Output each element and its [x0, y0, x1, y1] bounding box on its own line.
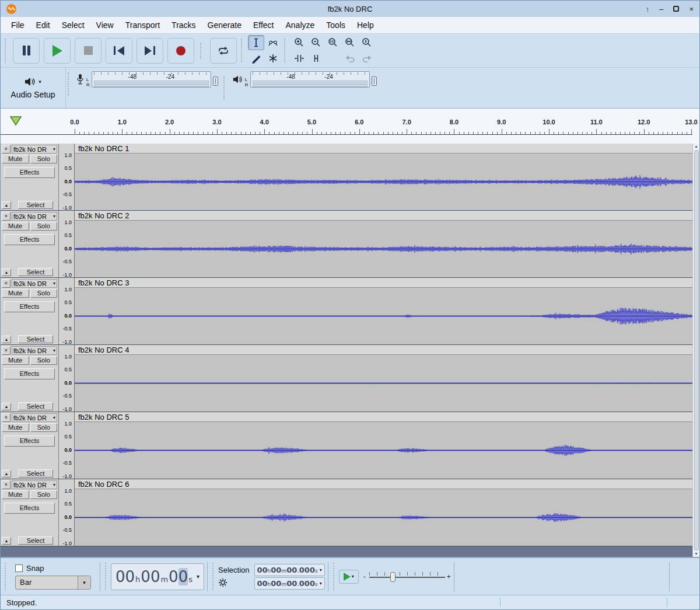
effects-button[interactable]: Effects: [4, 368, 55, 379]
selection-tool-button[interactable]: [248, 35, 264, 50]
scrollbar-thumb[interactable]: [694, 150, 699, 550]
toolbar-grip[interactable]: [5, 39, 9, 62]
menu-generate[interactable]: Generate: [202, 18, 247, 33]
chevron-down-icon[interactable]: ▾: [197, 573, 200, 580]
effects-button[interactable]: Effects: [4, 301, 55, 312]
collapse-track-button[interactable]: ▲: [2, 403, 11, 410]
track-close-button[interactable]: ×: [2, 413, 10, 422]
toolbar-grip[interactable]: [200, 43, 204, 59]
zoom-in-button[interactable]: [291, 35, 307, 50]
gear-icon[interactable]: [218, 578, 228, 587]
waveform[interactable]: [75, 154, 692, 210]
select-track-button[interactable]: Select: [18, 335, 53, 343]
solo-button[interactable]: Solo: [30, 289, 58, 298]
select-track-button[interactable]: Select: [18, 402, 53, 410]
snap-mode-combo[interactable]: Bar ▾: [15, 576, 91, 590]
loop-button[interactable]: [210, 38, 237, 64]
toolbar-grip[interactable]: [223, 76, 228, 99]
waveform-clip[interactable]: fb2k No DRC 3: [75, 278, 692, 344]
vertical-scale-ruler[interactable]: 1.00.50.0-0.5-1.0: [59, 278, 75, 344]
track-name-menu[interactable]: fb2k No DR ▾: [12, 480, 57, 489]
toolbar-grip[interactable]: [241, 39, 245, 62]
stop-button[interactable]: [75, 38, 102, 64]
clip-header[interactable]: fb2k No DRC 5: [75, 412, 692, 422]
redo-button[interactable]: [359, 51, 375, 66]
record-button[interactable]: [167, 38, 194, 64]
mute-button[interactable]: Mute: [2, 155, 29, 163]
track-name-menu[interactable]: fb2k No DR ▾: [12, 413, 57, 422]
waveform-clip[interactable]: fb2k No DRC 2: [75, 211, 692, 277]
vertical-scale-ruler[interactable]: 1.00.50.0-0.5-1.0: [59, 479, 75, 546]
track-name-menu[interactable]: fb2k No DR ▾: [12, 279, 57, 288]
mute-button[interactable]: Mute: [2, 356, 29, 365]
toolbar-grip[interactable]: [68, 72, 72, 96]
audio-setup-button[interactable]: ▾ Audio Setup: [1, 68, 66, 108]
zoom-out-button[interactable]: [308, 35, 324, 50]
vertical-scale-ruler[interactable]: 1.00.50.0-0.5-1.0: [59, 211, 75, 277]
clip-header[interactable]: fb2k No DRC 2: [75, 211, 692, 221]
pause-button[interactable]: [13, 38, 40, 64]
clip-header[interactable]: fb2k No DRC 6: [75, 479, 692, 489]
chevron-down-icon[interactable]: ▾: [78, 576, 90, 589]
solo-button[interactable]: Solo: [30, 356, 58, 365]
minimize-button[interactable]: –: [659, 5, 663, 13]
menu-effect[interactable]: Effect: [247, 18, 280, 33]
track-name-menu[interactable]: fb2k No DR ▾: [12, 212, 57, 221]
waveform[interactable]: [75, 221, 692, 277]
solo-button[interactable]: Solo: [30, 155, 58, 163]
waveform[interactable]: [75, 489, 692, 546]
timeline-ruler[interactable]: 0.01.02.03.04.05.06.07.08.09.010.011.012…: [1, 109, 699, 144]
meter-slider-handle[interactable]: [213, 76, 218, 86]
waveform-clip[interactable]: fb2k No DRC 1: [75, 144, 692, 210]
collapse-track-button[interactable]: ▲: [2, 201, 11, 209]
multi-tool-button[interactable]: [265, 51, 281, 66]
mute-button[interactable]: Mute: [2, 423, 29, 432]
snap-checkbox[interactable]: [15, 564, 23, 572]
clip-header[interactable]: fb2k No DRC 3: [75, 278, 692, 288]
toolbar-grip[interactable]: [105, 563, 109, 590]
waveform-clip[interactable]: fb2k No DRC 6: [75, 479, 692, 546]
fit-selection-button[interactable]: [325, 35, 341, 50]
silence-audio-button[interactable]: [308, 51, 324, 66]
zoom-toggle-button[interactable]: [359, 35, 375, 50]
clip-header[interactable]: fb2k No DRC 4: [75, 345, 692, 355]
audio-position-display[interactable]: 00h00m00s ▾: [111, 563, 204, 590]
waveform[interactable]: [75, 288, 692, 344]
clip-header[interactable]: fb2k No DRC 1: [75, 144, 692, 154]
waveform[interactable]: [75, 355, 692, 412]
menu-transport[interactable]: Transport: [120, 18, 166, 33]
solo-button[interactable]: Solo: [30, 222, 58, 231]
selection-start-field[interactable]: 00h00m00.000s ▾: [254, 564, 325, 576]
keep-above-icon[interactable]: ↑: [646, 5, 650, 13]
effects-button[interactable]: Effects: [4, 167, 55, 178]
chevron-down-icon[interactable]: ▾: [320, 567, 322, 573]
slider-thumb[interactable]: [390, 572, 396, 582]
menu-tools[interactable]: Tools: [320, 18, 351, 33]
menu-edit[interactable]: Edit: [30, 18, 56, 33]
toolbar-grip[interactable]: [5, 563, 9, 590]
menu-view[interactable]: View: [90, 18, 120, 33]
maximize-button[interactable]: [673, 6, 679, 12]
skip-to-start-button[interactable]: [106, 38, 132, 64]
play-at-speed-button[interactable]: ▾: [339, 570, 359, 584]
fit-project-button[interactable]: [342, 35, 358, 50]
close-button[interactable]: ×: [689, 5, 694, 13]
vertical-scale-ruler[interactable]: 1.00.50.0-0.5-1.0: [59, 345, 75, 412]
trim-audio-button[interactable]: [291, 51, 307, 66]
track-close-button[interactable]: ×: [2, 480, 10, 489]
menu-file[interactable]: File: [5, 18, 30, 33]
collapse-track-button[interactable]: ▲: [2, 269, 11, 276]
track-close-button[interactable]: ×: [2, 212, 10, 221]
playback-meter[interactable]: LR -48 -24: [230, 71, 379, 88]
envelope-tool-button[interactable]: [265, 35, 281, 50]
draw-tool-button[interactable]: [248, 51, 264, 66]
scroll-up-icon[interactable]: ▲: [694, 144, 698, 149]
select-track-button[interactable]: Select: [18, 469, 53, 477]
track-name-menu[interactable]: fb2k No DR ▾: [12, 145, 57, 154]
toolbar-grip[interactable]: [284, 39, 288, 62]
waveform[interactable]: [75, 422, 692, 479]
toolbar-grip[interactable]: [333, 563, 337, 590]
play-button[interactable]: [44, 38, 71, 64]
solo-button[interactable]: Solo: [30, 423, 58, 432]
select-track-button[interactable]: Select: [18, 201, 53, 209]
